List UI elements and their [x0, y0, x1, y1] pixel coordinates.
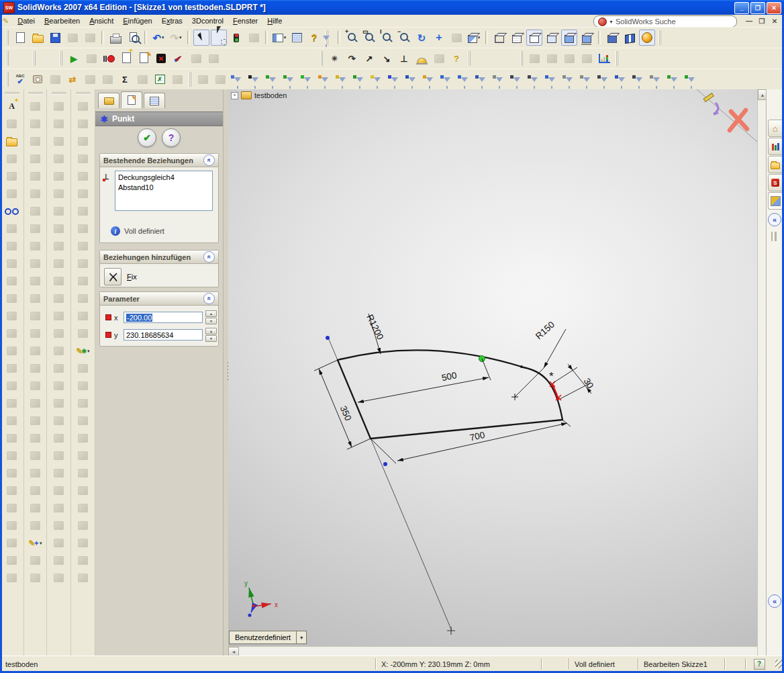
ph-button[interactable]	[52, 239, 66, 253]
spell-checker-button[interactable]: ABC✔	[12, 71, 28, 87]
zoom-in-out-button[interactable]: I	[379, 30, 395, 46]
tab-solidworks-search[interactable]: S	[768, 174, 783, 191]
edit-macro-button[interactable]: ✎	[136, 50, 152, 66]
shaded-button[interactable]	[561, 30, 577, 46]
ph-button[interactable]	[28, 344, 43, 358]
ph-button[interactable]	[52, 553, 66, 568]
ph-button[interactable]	[5, 396, 19, 410]
ph-button[interactable]	[28, 134, 43, 148]
print-button[interactable]	[107, 30, 124, 46]
save-document-button[interactable]	[47, 30, 63, 46]
zoom-to-area-button[interactable]: ▭	[361, 30, 377, 46]
ph-button[interactable]	[5, 239, 19, 253]
flyout-caret-icon[interactable]: ▾	[284, 35, 287, 40]
ph-button[interactable]	[52, 519, 66, 533]
confirmation-corner[interactable]	[695, 89, 757, 143]
ph-button[interactable]	[5, 379, 19, 393]
ph-button[interactable]	[76, 204, 91, 218]
layer-properties-button[interactable]	[526, 50, 542, 66]
view-orientation-button[interactable]	[604, 30, 620, 46]
dim-700[interactable]: 700	[469, 430, 485, 443]
menu-extras[interactable]: Extras	[157, 15, 187, 26]
ph-button[interactable]	[5, 536, 19, 550]
measure-button[interactable]	[30, 71, 46, 87]
make-assembly-button[interactable]	[82, 30, 98, 46]
menu-einfügen[interactable]: Einfügen	[118, 15, 156, 26]
filter-vertices-button[interactable]	[264, 71, 281, 87]
record-macro-button[interactable]	[101, 50, 117, 66]
ph-button[interactable]	[76, 239, 91, 253]
clear-all-filters-button[interactable]	[195, 71, 211, 87]
shaded-with-edges-button[interactable]	[544, 30, 560, 46]
y-spinner[interactable]: ▲▼	[205, 328, 217, 342]
filter-solid-bodies-button[interactable]	[334, 71, 350, 87]
endpoint-blue-1[interactable]	[326, 336, 330, 340]
filter-routing-points-button[interactable]	[596, 71, 612, 87]
hidden-lines-removed-button[interactable]	[526, 30, 542, 46]
toolbar-handle[interactable]	[520, 51, 523, 66]
ph-button[interactable]	[28, 571, 43, 585]
ph-button[interactable]	[52, 187, 66, 201]
ph-button[interactable]	[5, 117, 19, 131]
dim-r1200[interactable]: R1200	[364, 313, 385, 341]
rotate-view-button[interactable]: ↻	[413, 30, 430, 46]
print-preview-button[interactable]	[125, 30, 141, 46]
sketch-analysis-button[interactable]	[169, 71, 185, 87]
ph-button[interactable]	[52, 449, 66, 463]
make-drawing-button[interactable]	[64, 30, 81, 46]
ph-button[interactable]	[28, 187, 43, 201]
ph-button[interactable]	[5, 169, 19, 183]
select-button[interactable]	[193, 30, 209, 46]
ph-button[interactable]	[5, 257, 19, 271]
toolbar-handle[interactable]	[28, 92, 43, 95]
redo-button[interactable]: ↷▾	[168, 30, 184, 46]
realview-button[interactable]	[639, 30, 655, 46]
sketch-profile[interactable]	[338, 350, 562, 439]
ph-button[interactable]	[5, 449, 19, 463]
new-macro-button[interactable]: ✦	[118, 50, 134, 66]
ph-button[interactable]	[28, 379, 43, 393]
dim-500-lines[interactable]	[358, 359, 491, 402]
filter-midpoints-button[interactable]	[422, 71, 438, 87]
ph-button[interactable]	[76, 553, 91, 568]
chevron-down-icon[interactable]: ▼	[609, 19, 614, 24]
performance-button[interactable]	[99, 71, 115, 87]
filter-edges-button[interactable]	[282, 71, 298, 87]
ph-button[interactable]	[28, 501, 43, 515]
ph-button[interactable]	[5, 519, 19, 533]
arc-joint-point[interactable]	[520, 365, 523, 368]
check-entity-button[interactable]	[82, 71, 98, 87]
ph-button[interactable]	[5, 484, 19, 498]
toolbar-handle[interactable]	[52, 92, 66, 95]
toolbar-handle[interactable]	[320, 51, 323, 66]
filter-inverse-button[interactable]	[212, 71, 228, 87]
wireframe-button[interactable]	[491, 30, 507, 46]
ph-button[interactable]	[76, 466, 91, 480]
filter-connection-points-button[interactable]	[614, 71, 630, 87]
feature-statistics-button[interactable]	[188, 50, 204, 66]
filter-toggle-button[interactable]	[230, 71, 246, 87]
ph-button[interactable]	[5, 222, 19, 236]
selected-arc-segment[interactable]	[552, 384, 558, 400]
ph-button[interactable]	[28, 396, 43, 410]
dimension-flyout-button[interactable]: ✎✦▾	[28, 536, 43, 550]
ph-button[interactable]	[76, 134, 91, 148]
flyout-feature-tree[interactable]: + testboden	[231, 91, 287, 99]
equations-button[interactable]: Σ	[117, 71, 133, 87]
filter-surface-bodies-button[interactable]	[317, 71, 333, 87]
zoom-to-selection-button[interactable]: −	[396, 30, 412, 46]
ph-button[interactable]	[5, 466, 19, 480]
ph-button[interactable]	[28, 222, 43, 236]
expand-icon[interactable]: +	[231, 92, 238, 99]
search-box[interactable]: ▼ SolidWorks Suche	[593, 15, 737, 28]
filter-sketch-points-button[interactable]	[387, 71, 403, 87]
menu-ansicht[interactable]: Ansicht	[85, 15, 118, 26]
brush-button[interactable]	[205, 50, 222, 66]
ph-button[interactable]	[5, 291, 19, 306]
window-panes-button[interactable]: ▾	[271, 30, 287, 46]
search-label[interactable]: SolidWorks Suche	[616, 17, 676, 26]
ph-button[interactable]	[76, 99, 91, 114]
filter-planes-button[interactable]	[369, 71, 385, 87]
ph-button[interactable]	[76, 257, 91, 271]
3d-drawing-view-button[interactable]	[448, 30, 464, 46]
